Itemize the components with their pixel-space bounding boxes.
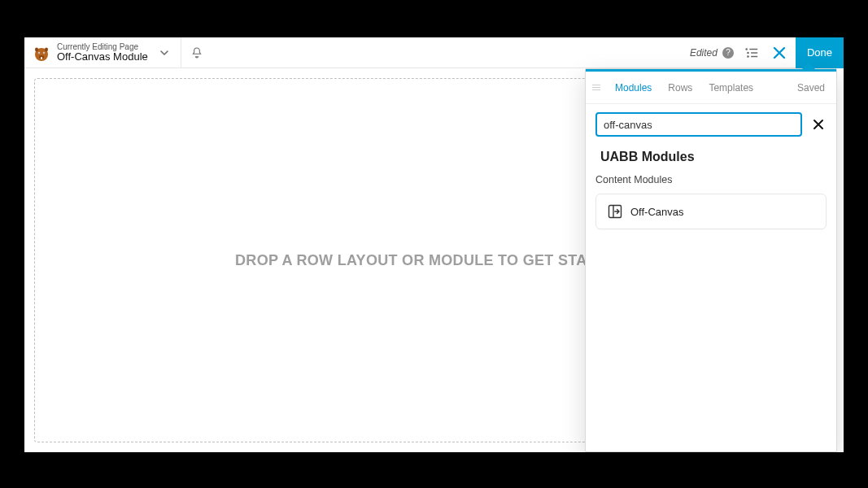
svg-rect-14 <box>751 55 757 56</box>
title-dropdown-button[interactable] <box>148 37 181 68</box>
notifications-button[interactable] <box>181 37 213 68</box>
module-group-title: UABB Modules <box>586 143 836 169</box>
search-row <box>586 104 836 143</box>
tab-modules[interactable]: Modules <box>608 82 658 94</box>
close-icon <box>772 46 787 60</box>
svg-point-11 <box>747 51 749 54</box>
svg-point-8 <box>45 47 48 51</box>
svg-rect-10 <box>749 48 757 49</box>
edited-status: Edited <box>690 47 718 59</box>
tab-rows[interactable]: Rows <box>661 82 699 94</box>
module-item-off-canvas[interactable]: Off-Canvas <box>595 194 827 229</box>
content-panel-toggle[interactable] <box>770 43 789 63</box>
beaver-logo-icon <box>31 42 52 63</box>
clear-search-button[interactable] <box>810 116 827 133</box>
page-title: Off-Canvas Module <box>57 51 148 63</box>
topbar: Currently Editing Page Off-Canvas Module… <box>24 37 844 68</box>
page-info: Currently Editing Page Off-Canvas Module <box>57 42 148 63</box>
svg-point-7 <box>35 47 38 51</box>
module-item-label: Off-Canvas <box>630 206 684 218</box>
drop-zone-text: DROP A ROW LAYOUT OR MODULE TO GET START… <box>235 252 633 269</box>
tab-saved[interactable]: Saved <box>791 82 831 94</box>
module-section-title: Content Modules <box>586 169 836 194</box>
tab-templates[interactable]: Templates <box>702 82 760 94</box>
content-panel: Modules Rows Templates Saved UABB Module… <box>585 68 837 452</box>
svg-point-4 <box>43 52 44 53</box>
svg-rect-6 <box>41 57 42 59</box>
bell-icon <box>190 46 203 59</box>
help-icon[interactable]: ? <box>722 47 734 59</box>
close-icon <box>812 118 825 131</box>
svg-point-9 <box>745 48 748 50</box>
panel-drag-handle-icon[interactable] <box>591 85 602 90</box>
svg-point-3 <box>38 52 39 53</box>
off-canvas-icon <box>608 204 622 219</box>
panel-tabs: Modules Rows Templates Saved <box>586 72 836 104</box>
chevron-down-icon <box>159 48 169 58</box>
svg-rect-12 <box>751 52 757 53</box>
svg-point-13 <box>747 55 749 58</box>
outline-toggle-button[interactable] <box>742 43 761 63</box>
module-search-input[interactable] <box>595 112 802 137</box>
outline-icon <box>744 46 759 59</box>
